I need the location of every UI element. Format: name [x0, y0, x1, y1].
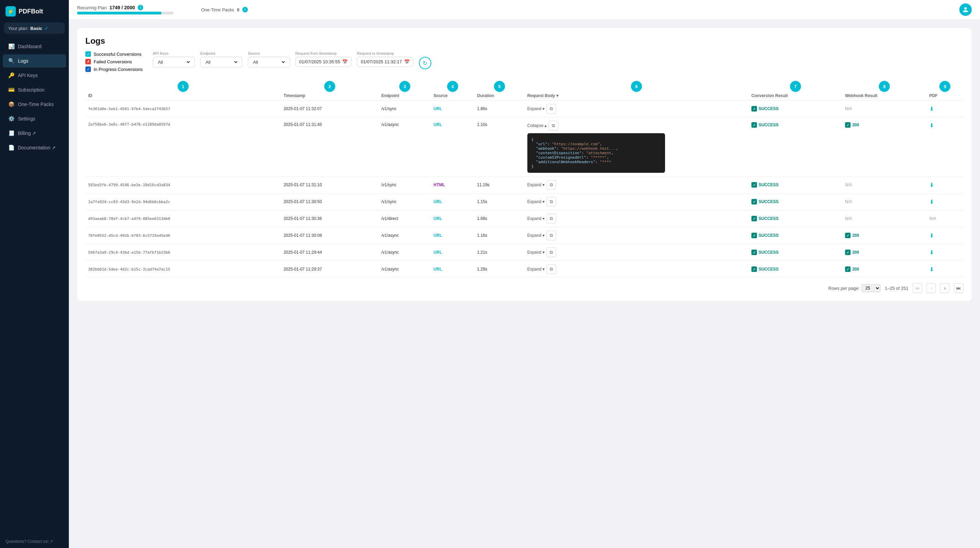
source-dropdown[interactable]: All [251, 59, 286, 65]
download-button[interactable]: ⬇ [929, 123, 934, 128]
user-avatar[interactable] [959, 3, 972, 16]
download-button[interactable]: ⬇ [929, 106, 934, 112]
one-time-packs-label: One-Time Packs [201, 7, 234, 13]
sidebar-item-api-keys[interactable]: 🔑 API Keys [3, 69, 66, 82]
expand-button[interactable]: Expand ▾ [527, 199, 544, 204]
source-select[interactable]: All [248, 57, 290, 67]
cell-duration: 1.28s [474, 261, 525, 278]
endpoint-dropdown[interactable]: All [204, 59, 239, 65]
sidebar-item-dashboard[interactable]: 📊 Dashboard [3, 40, 66, 53]
col-header-duration: 5 Duration [474, 79, 525, 100]
expand-button[interactable]: Expand ▾ [527, 250, 544, 255]
cell-webhook-result: ✓ 200 [842, 117, 927, 177]
sidebar-item-subscription[interactable]: 💳 Subscription [3, 83, 66, 96]
request-to-label: Request to timestamp [357, 51, 413, 56]
success-badge: ✓ SUCCESS [751, 199, 840, 204]
col-num-2: 2 [324, 81, 335, 92]
table-row: 78fe0552-d5cd-492b-bf83-6c5733ed5ed6 202… [85, 227, 964, 244]
cell-source: URL [431, 117, 474, 177]
request-to-input[interactable]: 01/07/2025 11:32:17 📅 [357, 57, 413, 67]
success-check-icon: ✓ [751, 106, 757, 112]
cell-endpoint: /v1/sync [379, 100, 431, 117]
copy-button[interactable]: ⧉ [547, 264, 556, 274]
col-num-8: 8 [879, 81, 890, 92]
sidebar-item-settings[interactable]: ⚙️ Settings [3, 112, 66, 125]
expand-button[interactable]: Expand ▾ [527, 182, 544, 187]
cell-pdf: ⬇ [927, 227, 964, 244]
sidebar-item-one-time-packs[interactable]: 📦 One-Time Packs [3, 98, 66, 111]
copy-button[interactable]: ⧉ [547, 214, 556, 223]
api-keys-icon: 🔑 [8, 72, 14, 78]
copy-button[interactable]: ⧉ [547, 231, 556, 240]
in-progress-conversions-checkbox[interactable]: ✓ In Progress Conversions [85, 67, 147, 72]
cell-conversion-result: ✓ SUCCESS [749, 227, 842, 244]
download-button[interactable]: ⬇ [929, 250, 934, 255]
plan-badge: Your plan: Basic ✓ [4, 23, 65, 34]
sidebar-item-logs[interactable]: 🔍 Logs [3, 54, 66, 67]
source-filter-label: Source [248, 51, 290, 56]
usage-info-icon[interactable]: i [138, 5, 143, 10]
source-url-link[interactable]: URL [434, 199, 442, 204]
copy-button[interactable]: ⧉ [547, 197, 556, 207]
contact-link[interactable]: Questions? Contact us! ↗ [0, 535, 69, 548]
sidebar-item-label: Dashboard [18, 44, 41, 49]
api-keys-dropdown[interactable]: All [157, 59, 191, 65]
sidebar-item-label: API Keys [18, 73, 38, 78]
success-badge: ✓ SUCCESS [751, 122, 840, 128]
collapse-button[interactable]: Collapse ▴ [527, 123, 547, 128]
endpoint-select[interactable]: All [200, 57, 242, 67]
calendar-to-icon[interactable]: 📅 [404, 59, 410, 64]
request-from-input[interactable]: 01/07/2025 10:35:55 📅 [295, 57, 352, 67]
source-url-link[interactable]: URL [434, 106, 442, 111]
next-page-button[interactable]: › [940, 283, 950, 293]
source-url-link[interactable]: URL [434, 216, 442, 221]
source-url-link[interactable]: URL [434, 122, 442, 127]
request-from-label: Request from timestamp [295, 51, 352, 56]
cell-conversion-result: ✓ SUCCESS [749, 244, 842, 261]
copy-button[interactable]: ⧉ [547, 104, 556, 113]
cell-timestamp: 2025-01-07 11:31:45 [281, 117, 379, 177]
expand-button[interactable]: Expand ▾ [527, 216, 544, 221]
cell-id: 2af50be6-3e0c-48f7-b478-e1289da0597d [85, 117, 281, 177]
download-button[interactable]: ⬇ [929, 182, 934, 188]
cell-pdf: ⬇ [927, 193, 964, 210]
col-header-webhook-result: 8 Webhook Result [842, 79, 927, 100]
source-url-link[interactable]: URL [434, 250, 442, 255]
cell-endpoint: /v1/async [379, 261, 431, 278]
refresh-button[interactable]: ↻ [419, 57, 431, 69]
table-row: fe301d0e-5eb1-4501-97b4-5deca2f43657 202… [85, 100, 964, 117]
copy-button[interactable]: ⧉ [547, 180, 556, 190]
expand-button[interactable]: Expand ▾ [527, 267, 544, 272]
table-row: 382bb01d-5dee-4d2c-b15c-2cad74a7ec15 202… [85, 261, 964, 278]
expand-button[interactable]: Expand ▾ [527, 106, 544, 111]
app-logo[interactable]: ⚡ PDFBolt [0, 0, 69, 23]
first-page-button[interactable]: ⏮ [913, 283, 922, 293]
api-keys-select[interactable]: All [153, 57, 195, 67]
download-button[interactable]: ⬇ [929, 199, 934, 205]
cell-request-body: Expand ▾ ⧉ [525, 244, 749, 261]
copy-button[interactable]: ⧉ [549, 121, 558, 131]
cell-timestamp: 2025-01-07 11:29:37 [281, 261, 379, 278]
sidebar-item-documentation[interactable]: 📄 Documentation ↗ [3, 141, 66, 154]
rows-per-page-select[interactable]: 25 50 100 [862, 284, 881, 292]
packs-info-icon[interactable]: i [242, 7, 248, 13]
sidebar-item-label: One-Time Packs [18, 102, 54, 107]
download-button[interactable]: ⬇ [929, 233, 934, 239]
successful-conversions-checkbox[interactable]: ✓ Successful Conversions [85, 51, 147, 57]
failed-conversions-checkbox[interactable]: ✗ Failed Conversions [85, 59, 147, 64]
success-check-icon: ✓ [751, 182, 757, 188]
source-url-link[interactable]: URL [434, 267, 442, 272]
logs-panel: Logs ✓ Successful Conversions ✗ Failed C… [77, 28, 972, 301]
source-url-link[interactable]: URL [434, 233, 442, 238]
prev-page-button[interactable]: ‹ [926, 283, 936, 293]
cell-timestamp: 2025-01-07 11:30:36 [281, 210, 379, 227]
download-button[interactable]: ⬇ [929, 266, 934, 272]
calendar-from-icon[interactable]: 📅 [342, 59, 348, 64]
request-from-group: Request from timestamp 01/07/2025 10:35:… [295, 51, 352, 67]
source-html-link[interactable]: HTML [434, 182, 445, 187]
copy-button[interactable]: ⧉ [547, 247, 556, 257]
expand-button[interactable]: Expand ▾ [527, 233, 544, 238]
cell-timestamp: 2025-01-07 11:30:08 [281, 227, 379, 244]
last-page-button[interactable]: ⏭ [954, 283, 964, 293]
sidebar-item-billing[interactable]: 🧾 Billing ↗ [3, 127, 66, 140]
